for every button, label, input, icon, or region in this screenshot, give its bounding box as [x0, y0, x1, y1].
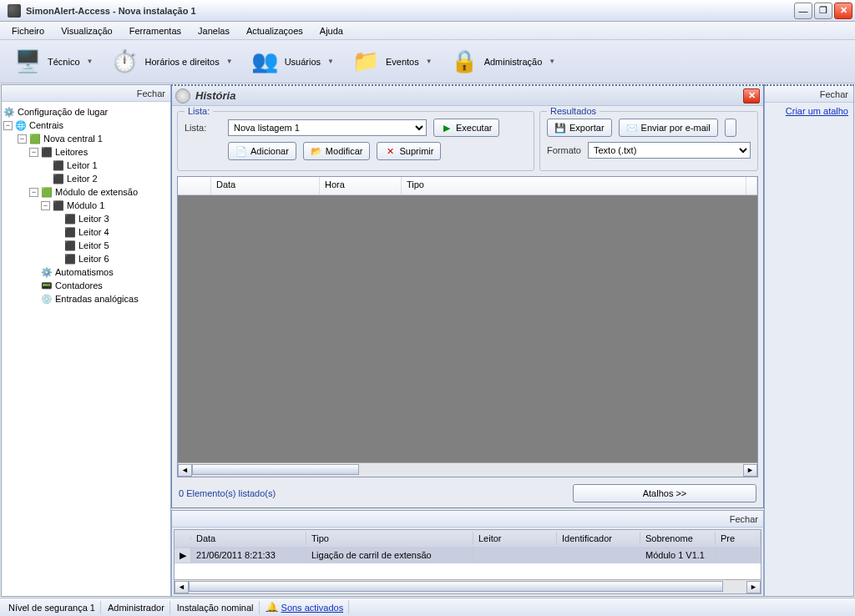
- tree-leitor4[interactable]: Leitor 4: [78, 227, 109, 237]
- exportar-button[interactable]: 💾Exportar: [547, 119, 612, 137]
- log-close-link[interactable]: Fechar: [730, 514, 758, 524]
- toolbar-administracao[interactable]: 🔒 Administração ▼: [442, 44, 564, 79]
- maximize-button[interactable]: ❐: [814, 3, 832, 19]
- log-col-leitor[interactable]: Leitor: [473, 532, 557, 545]
- col-extra[interactable]: [746, 177, 757, 194]
- close-button[interactable]: ✕: [834, 3, 852, 19]
- atalhos-button[interactable]: Atalhos >>: [573, 484, 756, 502]
- tree-contadores[interactable]: Contadores: [55, 280, 103, 290]
- row-marker-header: [175, 537, 191, 540]
- suprimir-button[interactable]: ✕Suprimir: [377, 142, 441, 160]
- automation-icon: ⚙️: [41, 266, 53, 278]
- log-cell-pre: [716, 553, 761, 557]
- horizontal-scrollbar[interactable]: ◄ ►: [178, 462, 757, 477]
- toolbar-label: Eventos: [386, 57, 419, 67]
- save-icon: 💾: [554, 122, 566, 134]
- history-icon: [175, 88, 190, 104]
- reader-icon: ⬛: [64, 253, 76, 265]
- log-col-identificador[interactable]: Identificador: [557, 532, 640, 545]
- folder-icon: 📁: [351, 47, 381, 77]
- scroll-left-button[interactable]: ◄: [178, 464, 192, 477]
- adicionar-button[interactable]: 📄Adicionar: [228, 142, 296, 160]
- minimize-button[interactable]: —: [794, 3, 812, 19]
- delete-icon: ✕: [384, 145, 396, 157]
- lock-icon: 🔒: [449, 47, 479, 77]
- scroll-left-button[interactable]: ◄: [175, 581, 189, 593]
- log-col-tipo[interactable]: Tipo: [306, 532, 473, 545]
- log-cell-leitor: [473, 553, 557, 557]
- scroll-right-button[interactable]: ►: [746, 581, 761, 593]
- scroll-thumb[interactable]: [189, 581, 723, 592]
- toolbar-label: Usuários: [285, 57, 321, 67]
- collapse-icon[interactable]: −: [29, 188, 38, 197]
- tree-config[interactable]: Configuração de lugar: [18, 107, 108, 117]
- historia-grid[interactable]: Data Hora Tipo ◄ ►: [177, 176, 758, 477]
- tree-leitor1[interactable]: Leitor 1: [67, 160, 98, 170]
- toolbar-usuarios[interactable]: 👥 Usuários ▼: [242, 44, 341, 79]
- log-row[interactable]: ▶ 21/06/2011 8:21:33 Ligação de carril d…: [175, 547, 761, 563]
- left-close-link[interactable]: Fechar: [137, 88, 165, 98]
- tree-leitor6[interactable]: Leitor 6: [78, 254, 109, 264]
- log-grid[interactable]: Data Tipo Leitor Identificador Sobrenome…: [174, 529, 761, 594]
- tree-leitores[interactable]: Leitores: [55, 147, 88, 157]
- modificar-button[interactable]: 📂Modificar: [303, 142, 371, 160]
- right-panel: Fechar Criar um atalho: [764, 84, 854, 597]
- lista-legend: Lista:: [185, 106, 213, 116]
- status-sons[interactable]: 🔔 Sons activados: [261, 600, 350, 614]
- log-cell-data: 21/06/2011 8:21:33: [191, 548, 306, 562]
- col-marker[interactable]: [178, 177, 211, 194]
- tree-modulo1[interactable]: Módulo 1: [67, 200, 104, 210]
- col-tipo[interactable]: Tipo: [402, 177, 746, 194]
- tree-entradas[interactable]: Entradas analógicas: [55, 294, 139, 304]
- menu-visualizacao[interactable]: Visualização: [54, 24, 119, 38]
- menu-ferramentas[interactable]: Ferramentas: [123, 24, 188, 38]
- element-count: 0 Elemento(s) listado(s): [179, 488, 276, 498]
- tree-leitor2[interactable]: Leitor 2: [67, 174, 98, 184]
- log-header-row: Data Tipo Leitor Identificador Sobrenome…: [175, 530, 761, 547]
- col-data[interactable]: Data: [211, 177, 320, 194]
- tree-automatismos[interactable]: Automatismos: [55, 267, 114, 277]
- menu-actualizacoes[interactable]: Actualizaçoes: [240, 24, 310, 38]
- criar-atalho-link[interactable]: Criar um atalho: [765, 103, 853, 119]
- collapse-icon[interactable]: −: [41, 201, 50, 210]
- scroll-track[interactable]: [192, 464, 743, 477]
- formato-select[interactable]: Texto (.txt): [588, 142, 751, 159]
- scroll-thumb[interactable]: [192, 464, 359, 475]
- collapse-icon[interactable]: −: [18, 134, 27, 144]
- menu-janelas[interactable]: Janelas: [191, 24, 236, 38]
- tree-leitor5[interactable]: Leitor 5: [78, 240, 109, 250]
- col-hora[interactable]: Hora: [320, 177, 402, 194]
- tree-modext[interactable]: Módulo de extensão: [55, 187, 138, 197]
- log-col-sobrenome[interactable]: Sobrenome: [640, 532, 716, 545]
- extra-button[interactable]: [725, 119, 736, 137]
- grid-header: Data Hora Tipo: [178, 177, 757, 195]
- log-col-pre[interactable]: Pre: [716, 532, 761, 545]
- log-scrollbar[interactable]: ◄ ►: [175, 579, 761, 593]
- enviar-email-button[interactable]: ✉️Enviar por e-mail: [619, 119, 718, 137]
- menu-ajuda[interactable]: Ajuda: [313, 24, 350, 38]
- lista-select[interactable]: Nova listagem 1: [228, 119, 427, 136]
- globe-icon: 🌐: [15, 119, 27, 131]
- executar-button[interactable]: ▶Executar: [433, 119, 499, 137]
- historia-close-button[interactable]: ✕: [743, 88, 760, 104]
- add-icon: 📄: [235, 145, 247, 157]
- lista-label: Lista:: [185, 123, 221, 133]
- reader-icon: ⬛: [53, 173, 64, 184]
- collapse-icon[interactable]: −: [3, 121, 13, 130]
- toolbar-horarios[interactable]: ⏱️ Horários e direitos ▼: [102, 44, 240, 79]
- toolbar-eventos[interactable]: 📁 Eventos ▼: [343, 44, 440, 79]
- reader-icon: ⬛: [64, 226, 76, 238]
- log-col-data[interactable]: Data: [191, 532, 306, 545]
- right-close-link[interactable]: Fechar: [820, 89, 848, 99]
- config-tree[interactable]: ⚙️Configuração de lugar −🌐Centrais −🟩Nov…: [2, 102, 170, 596]
- scroll-right-button[interactable]: ►: [743, 464, 757, 477]
- window-title: SimonAlert-Access - Nova instalação 1: [26, 6, 794, 16]
- tree-leitor3[interactable]: Leitor 3: [78, 214, 109, 224]
- menu-ficheiro[interactable]: Ficheiro: [5, 24, 51, 38]
- toolbar-tecnico[interactable]: 🖥️ Técnico ▼: [5, 44, 100, 79]
- tree-centrais[interactable]: Centrais: [29, 120, 63, 130]
- collapse-icon[interactable]: −: [29, 148, 38, 157]
- tree-nova1[interactable]: Nova central 1: [43, 134, 103, 144]
- scroll-track[interactable]: [189, 581, 746, 593]
- log-cell-sobrenome: Módulo 1 V1.1: [640, 548, 716, 562]
